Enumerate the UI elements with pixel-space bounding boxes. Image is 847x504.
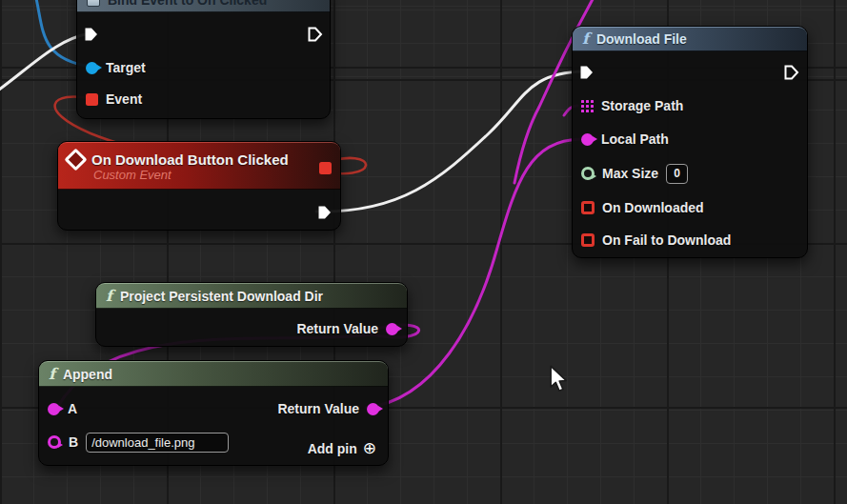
exec-output-pin[interactable]	[784, 65, 799, 80]
bind-event-icon	[87, 0, 100, 7]
b-value-input[interactable]	[86, 433, 229, 453]
node-bind-event[interactable]: Bind Event to On Clicked Target Event	[76, 0, 331, 119]
function-icon: f	[582, 31, 589, 47]
on-fail-pin[interactable]	[581, 233, 595, 247]
exec-output-pin[interactable]	[317, 205, 333, 220]
node-download-file[interactable]: f Download File Storage Path Local Path …	[572, 26, 808, 258]
return-value-pin[interactable]	[367, 403, 379, 415]
target-pin[interactable]	[86, 62, 98, 74]
return-value-pin[interactable]	[386, 323, 398, 335]
mouse-cursor	[548, 365, 569, 393]
on-fail-label: On Fail to Download	[602, 232, 731, 248]
function-icon: f	[106, 289, 112, 304]
exec-input-pin[interactable]	[84, 27, 99, 42]
add-pin-label: Add pin	[308, 441, 357, 456]
node-bind-event-header[interactable]: Bind Event to On Clicked	[77, 0, 330, 12]
on-downloaded-label: On Downloaded	[602, 200, 704, 215]
node-title: Append	[63, 367, 112, 382]
node-custom-event[interactable]: On Download Button Clicked Custom Event	[57, 141, 341, 231]
storage-path-pin[interactable]	[581, 100, 594, 112]
event-pin-label: Event	[106, 91, 142, 107]
node-title: Project Persistent Download Dir	[120, 289, 323, 304]
max-size-pin[interactable]	[581, 167, 595, 180]
node-append[interactable]: f Append A Return Value B Add pin ⊕	[38, 360, 389, 466]
on-downloaded-pin[interactable]	[581, 201, 595, 214]
exec-output-pin[interactable]	[308, 27, 323, 42]
return-value-label: Return Value	[296, 321, 378, 336]
node-subtitle: Custom Event	[93, 169, 171, 181]
return-value-label: Return Value	[277, 401, 359, 416]
local-path-pin[interactable]	[581, 133, 594, 146]
storage-path-label: Storage Path	[601, 98, 683, 113]
delegate-output-pin[interactable]	[319, 162, 332, 174]
node-custom-event-header[interactable]: On Download Button Clicked Custom Event	[58, 142, 340, 190]
node-download-file-header[interactable]: f Download File	[573, 27, 807, 51]
blueprint-canvas[interactable]: Bind Event to On Clicked Target Event On…	[0, 0, 847, 504]
node-title: Download File	[596, 31, 687, 47]
function-icon: f	[49, 367, 55, 382]
node-title: Bind Event to On Clicked	[108, 0, 267, 8]
local-path-label: Local Path	[601, 131, 669, 147]
node-project-dir-header[interactable]: f Project Persistent Download Dir	[96, 283, 407, 309]
node-title: On Download Button Clicked	[91, 151, 289, 168]
b-pin-label: B	[69, 434, 78, 450]
target-pin-label: Target	[106, 60, 146, 75]
exec-input-pin[interactable]	[579, 65, 595, 80]
a-pin-label: A	[68, 401, 77, 416]
max-size-label: Max Size	[602, 166, 658, 181]
a-pin[interactable]	[48, 403, 60, 415]
add-pin-icon[interactable]: ⊕	[363, 441, 376, 456]
b-pin[interactable]	[48, 435, 61, 449]
node-append-header[interactable]: f Append	[39, 361, 388, 387]
event-pin[interactable]	[86, 93, 98, 106]
custom-event-icon	[64, 148, 87, 171]
max-size-input[interactable]: 0	[666, 164, 688, 184]
node-project-dir[interactable]: f Project Persistent Download Dir Return…	[95, 282, 408, 347]
